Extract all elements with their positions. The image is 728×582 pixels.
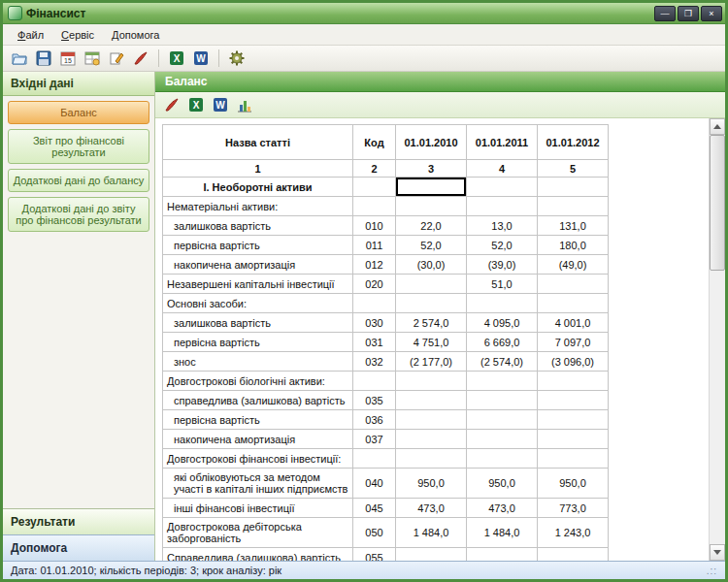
scrollbar-track[interactable] <box>710 135 725 544</box>
sidebar-section-help[interactable]: Допомога <box>3 534 154 561</box>
cell-name[interactable]: залишкова вартість <box>163 313 353 333</box>
excel-export-icon[interactable]: X <box>166 48 187 69</box>
cell-code[interactable]: 032 <box>353 352 396 372</box>
cell-name[interactable]: Довгострокова дебіторська заборгованість <box>163 518 353 548</box>
cell-name[interactable]: Довгострокові біологічні активи: <box>163 372 353 391</box>
cell-name[interactable]: які обліковуються за методом участі в ка… <box>163 469 353 499</box>
edit-icon[interactable] <box>106 48 127 69</box>
cell-value[interactable]: 4 001,0 <box>538 313 609 333</box>
cell-value[interactable] <box>396 430 467 449</box>
cell-code[interactable]: 045 <box>353 499 396 518</box>
cell-value[interactable] <box>467 197 538 216</box>
cell-code[interactable]: 012 <box>353 255 396 275</box>
cell-value[interactable]: 22,0 <box>396 216 467 236</box>
cell-name[interactable]: І. Необоротні активи <box>163 178 353 197</box>
calendar-icon[interactable]: 15 <box>57 48 79 69</box>
cell-value[interactable]: (30,0) <box>396 255 467 275</box>
cell-value[interactable] <box>396 294 467 313</box>
cell-value[interactable] <box>396 391 467 410</box>
cell-name[interactable]: залишкова вартість <box>163 216 353 236</box>
clear-icon[interactable] <box>161 94 182 115</box>
cell-value[interactable] <box>467 294 538 313</box>
cell-value[interactable]: 4 751,0 <box>396 333 467 352</box>
cell-name[interactable]: Основні засоби: <box>163 294 353 313</box>
periods-icon[interactable] <box>82 48 103 69</box>
cell-value[interactable] <box>538 391 609 410</box>
cell-value[interactable]: 51,0 <box>467 275 538 294</box>
column-header-date3[interactable]: 01.01.2012 <box>538 125 609 160</box>
cell-value[interactable]: 950,0 <box>467 469 538 499</box>
save-icon[interactable] <box>33 48 54 69</box>
cell-value[interactable] <box>396 275 467 294</box>
cell-value[interactable] <box>538 294 609 313</box>
menu-file[interactable]: Файл <box>9 26 52 44</box>
cell-code[interactable]: 020 <box>353 275 396 294</box>
cell-value[interactable] <box>467 178 538 197</box>
cell-value[interactable] <box>538 178 609 197</box>
cell-value[interactable] <box>396 410 467 430</box>
cell-code[interactable] <box>353 197 396 216</box>
cell-value[interactable] <box>467 391 538 410</box>
cell-value[interactable]: 52,0 <box>396 236 467 255</box>
cell-code[interactable]: 010 <box>353 216 396 236</box>
sidebar-header-input-data[interactable]: Вхідні дані <box>3 72 154 96</box>
cell-name[interactable]: накопичена амортизація <box>163 255 353 275</box>
cell-value[interactable]: 2 574,0 <box>396 313 467 333</box>
word-export-icon[interactable]: W <box>190 48 212 69</box>
cell-name[interactable]: інші фінансові інвестиції <box>163 499 353 518</box>
cell-name[interactable]: первісна вартість <box>163 410 353 430</box>
cell-value[interactable]: 950,0 <box>396 469 467 499</box>
cell-code[interactable]: 030 <box>353 313 396 333</box>
cell-value[interactable] <box>396 197 467 216</box>
sidebar-item-additional-results-data[interactable]: Додаткові дані до звіту про фінансові ре… <box>8 197 149 232</box>
excel-export-icon[interactable]: X <box>185 94 207 115</box>
cell-code[interactable] <box>353 294 396 313</box>
cell-code[interactable]: 036 <box>353 410 396 430</box>
cell-value[interactable]: (39,0) <box>467 255 538 275</box>
maximize-button[interactable]: ❐ <box>678 6 699 21</box>
cell-code[interactable]: 031 <box>353 333 396 352</box>
cell-code[interactable]: 011 <box>353 236 396 255</box>
cell-name[interactable]: справедлива (залишкова) вартість <box>163 391 353 410</box>
cell-value[interactable]: (2 177,0) <box>396 352 467 372</box>
cell-value[interactable] <box>467 449 538 469</box>
cell-name[interactable]: накопичена амортизація <box>163 430 353 449</box>
sidebar-section-results[interactable]: Результати <box>3 508 154 534</box>
scroll-down-button[interactable] <box>710 544 725 561</box>
open-file-icon[interactable] <box>9 48 30 69</box>
cell-value[interactable] <box>538 197 609 216</box>
cell-value[interactable] <box>467 430 538 449</box>
cell-value[interactable]: 950,0 <box>538 469 609 499</box>
cell-value[interactable]: 52,0 <box>467 236 538 255</box>
cell-name[interactable]: Справедлива (залишкова) вартість <box>163 548 353 562</box>
sidebar-item-additional-balance-data[interactable]: Додаткові дані до балансу <box>8 169 149 192</box>
cell-name[interactable]: Нематеріальні активи: <box>163 197 353 216</box>
cell-value[interactable] <box>396 372 467 391</box>
cell-value[interactable]: 7 097,0 <box>538 333 609 352</box>
cell-value[interactable]: (2 574,0) <box>467 352 538 372</box>
cell-name[interactable]: первісна вартість <box>163 236 353 255</box>
cell-name[interactable]: первісна вартість <box>163 333 353 352</box>
cell-value[interactable]: 1 484,0 <box>396 518 467 548</box>
cell-code[interactable]: 037 <box>353 430 396 449</box>
cell-name[interactable]: знос <box>163 352 353 372</box>
cell-value[interactable]: 473,0 <box>467 499 538 518</box>
minimize-button[interactable]: — <box>654 6 676 21</box>
column-header-date1[interactable]: 01.01.2010 <box>396 125 467 160</box>
cell-name[interactable]: Довгострокові фінансові інвестиції: <box>163 449 353 469</box>
menu-help[interactable]: Допомога <box>103 26 168 44</box>
chart-icon[interactable] <box>234 94 255 115</box>
cell-value[interactable] <box>538 275 609 294</box>
cell-value[interactable]: (3 096,0) <box>538 352 609 372</box>
cell-value[interactable] <box>467 372 538 391</box>
cell-value[interactable] <box>538 410 609 430</box>
cell-code[interactable]: 040 <box>353 469 396 499</box>
cell-value[interactable] <box>396 548 467 562</box>
cell-value[interactable] <box>467 548 538 562</box>
sidebar-item-balance[interactable]: Баланс <box>8 101 149 124</box>
cell-name[interactable]: Незавершені капітальні інвестиції <box>163 275 353 294</box>
selected-cell[interactable] <box>396 178 467 197</box>
cell-value[interactable] <box>538 548 609 562</box>
cell-value[interactable] <box>538 430 609 449</box>
scroll-up-button[interactable] <box>710 118 725 135</box>
